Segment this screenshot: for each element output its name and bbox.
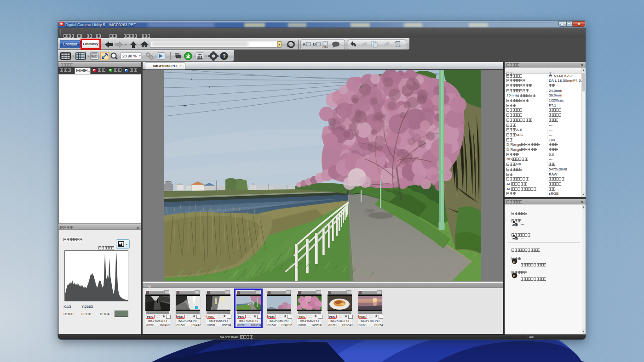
svg-text:c: c — [515, 238, 517, 240]
svg-text:c: c — [513, 274, 515, 278]
svg-text:B: B — [313, 42, 316, 46]
svg-text:i: i — [515, 224, 516, 226]
svg-text:20.98 %: 20.98 % — [122, 54, 137, 58]
svg-text:A: A — [303, 42, 306, 46]
svg-text:ABC: ABC — [322, 45, 328, 48]
svg-text:?: ? — [223, 53, 226, 59]
svg-text:c: c — [513, 260, 515, 264]
svg-text:RAW: RAW — [92, 55, 97, 57]
